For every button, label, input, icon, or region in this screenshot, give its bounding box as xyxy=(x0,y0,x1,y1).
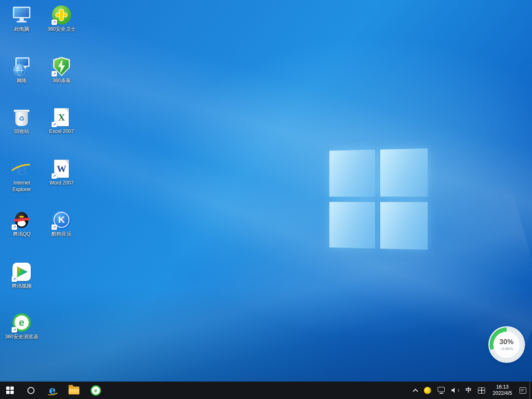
windows-logo-pane xyxy=(329,150,374,196)
monitor-shape xyxy=(13,7,30,18)
system-tray: 中 16:13 2022/4/5 xyxy=(410,382,532,399)
speaker-body-shape xyxy=(451,388,456,393)
widget-inner-circle: 30% ↑ 0.9K/s xyxy=(494,332,520,358)
desktop-icon-360-browser[interactable]: e ↗ 360安全浏览器 xyxy=(3,313,40,340)
network-speed-widget[interactable]: 30% ↑ 0.9K/s xyxy=(490,328,524,362)
windows-logo-pane xyxy=(380,202,428,250)
tray-volume-button[interactable] xyxy=(448,382,462,399)
qq-penguin-icon: ↗ xyxy=(12,210,32,230)
desktop-icon-internet-explorer[interactable]: e Internet Explorer xyxy=(3,159,40,193)
360-browser-icon: e xyxy=(91,385,101,396)
desktop-icon-tencent-qq[interactable]: ↗ 腾讯QQ xyxy=(3,210,40,238)
memory-percent-value: 30% xyxy=(500,338,514,346)
desktop-icon-word-2007[interactable]: W ↗ Word 2007 xyxy=(43,159,80,187)
desktop-icon-label: 360杀毒 xyxy=(52,78,71,84)
taskbar-clock[interactable]: 16:13 2022/4/5 xyxy=(488,382,516,399)
taskbar: e e 中 xyxy=(0,382,532,399)
play-triangle-icon xyxy=(15,266,28,278)
shortcut-arrow-icon: ↗ xyxy=(52,122,57,127)
action-center-button[interactable] xyxy=(516,382,530,399)
ime-label: 中 xyxy=(466,387,471,394)
penguin-beak-shape xyxy=(20,216,24,218)
shortcut-arrow-icon: ↗ xyxy=(52,173,57,179)
clock-date: 2022/4/5 xyxy=(493,390,512,397)
desktop-icon-label: 酷狗音乐 xyxy=(52,231,71,238)
shortcut-arrow-icon: ↗ xyxy=(52,20,57,25)
excel-icon: X ↗ xyxy=(52,107,71,127)
desktop-icon-label: Internet Explorer xyxy=(4,180,39,193)
browser-e-glyph: e xyxy=(19,318,25,328)
keyboard-layout-button[interactable] xyxy=(475,382,488,399)
taskbar-file-explorer-button[interactable] xyxy=(63,382,85,399)
360-browser-icon: e ↗ xyxy=(12,313,32,332)
kugou-music-icon: K ↗ xyxy=(52,210,71,230)
shortcut-arrow-icon: ↗ xyxy=(12,276,17,282)
360-tray-icon xyxy=(424,387,431,394)
desktop-icon-network[interactable]: 网络 xyxy=(3,57,40,84)
chevron-up-icon xyxy=(413,389,418,394)
shortcut-arrow-icon: ↗ xyxy=(12,224,17,230)
upload-arrow-icon: ↑ xyxy=(500,347,502,351)
tray-360-button[interactable] xyxy=(421,382,434,399)
tray-expand-button[interactable] xyxy=(410,382,421,399)
360-antivirus-icon: ↗ xyxy=(52,57,71,76)
desktop-icon-360-safe-guard[interactable]: ↗ 360安全卫士 xyxy=(43,5,80,33)
desktop-icon-label: 回收站 xyxy=(14,128,29,135)
desktop-icon-label: 360安全浏览器 xyxy=(5,334,38,340)
speed-value: 0.9K/s xyxy=(502,347,513,351)
network-speed-row: ↑ 0.9K/s xyxy=(500,347,513,351)
desktop-icon-label: 腾讯QQ xyxy=(13,231,31,238)
recycle-bin-icon: ♻ xyxy=(12,107,32,127)
360-safe-guard-icon: ↗ xyxy=(52,5,71,25)
ime-indicator[interactable]: 中 xyxy=(462,382,475,399)
desktop-icon-360-antivirus[interactable]: ↗ 360杀毒 xyxy=(43,57,80,84)
show-desktop-button[interactable] xyxy=(530,382,532,399)
taskbar-ie-button[interactable]: e xyxy=(42,382,63,399)
display-icon xyxy=(438,387,445,392)
taskbar-360-browser-button[interactable]: e xyxy=(85,382,106,399)
shortcut-arrow-icon: ↗ xyxy=(52,224,57,230)
desktop-icon-label: Word 2007 xyxy=(49,180,74,187)
shortcut-arrow-icon: ↗ xyxy=(52,71,57,76)
clock-time: 16:13 xyxy=(496,384,509,390)
desktop-icon-tencent-video[interactable]: ↗ 腾讯视频 xyxy=(3,262,40,290)
excel-x-glyph: X xyxy=(58,113,65,122)
this-pc-icon xyxy=(12,5,32,25)
folder-icon xyxy=(69,387,79,394)
desktop-icon-this-pc[interactable]: 此电脑 xyxy=(3,5,40,33)
globe-shape xyxy=(14,64,25,76)
desktop-icon-excel-2007[interactable]: X ↗ Excel 2007 xyxy=(43,107,80,135)
ie-icon: e xyxy=(49,385,56,396)
network-icon xyxy=(12,57,32,76)
tray-display-button[interactable] xyxy=(434,382,448,399)
desktop-icon-label: 此电脑 xyxy=(14,26,29,33)
desktop-icon-label: 腾讯视频 xyxy=(12,283,32,290)
light-beam xyxy=(0,0,532,258)
light-beam xyxy=(0,181,532,399)
windows-start-icon xyxy=(6,387,14,394)
start-button[interactable] xyxy=(0,382,20,399)
taskbar-left-group: e e xyxy=(0,382,106,399)
speaker-wave-shape xyxy=(457,389,459,392)
word-w-glyph: W xyxy=(57,164,66,174)
windows-logo xyxy=(329,148,427,250)
search-circle-icon xyxy=(27,387,34,394)
windows-logo-pane xyxy=(380,148,428,196)
desktop-icon-kugou-music[interactable]: K ↗ 酷狗音乐 xyxy=(43,210,80,238)
internet-explorer-icon: e xyxy=(12,159,32,179)
keyboard-icon xyxy=(478,387,485,394)
cortana-search-button[interactable] xyxy=(20,382,42,399)
speaker-icon xyxy=(451,388,459,393)
desktop[interactable]: 此电脑 网络 ♻ 回收站 e Internet Explorer xyxy=(0,0,532,399)
word-icon: W ↗ xyxy=(52,159,71,179)
browser-e-glyph: e xyxy=(94,388,97,393)
kugou-k-glyph: K xyxy=(58,215,65,224)
desktop-icon-label: 网络 xyxy=(17,78,27,84)
action-center-icon xyxy=(520,387,526,394)
tencent-video-icon: ↗ xyxy=(12,262,32,282)
trash-can-shape: ♻ xyxy=(15,112,28,126)
desktop-icon-recycle-bin[interactable]: ♻ 回收站 xyxy=(3,107,40,135)
shortcut-arrow-icon: ↗ xyxy=(12,327,17,332)
windows-logo-pane xyxy=(329,202,374,248)
recycle-symbol-icon: ♻ xyxy=(19,116,25,122)
